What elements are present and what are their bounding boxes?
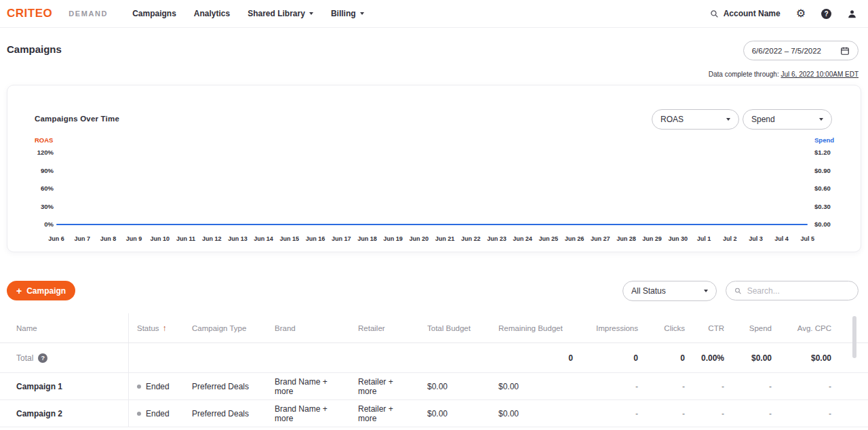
nav-item-label: Campaigns bbox=[132, 9, 176, 18]
left-metric-select[interactable]: ROAS bbox=[652, 109, 739, 130]
nav-item-label: Shared Library bbox=[248, 9, 305, 18]
row-cell-clicks: - bbox=[646, 373, 693, 399]
gear-icon[interactable]: ⚙ bbox=[796, 8, 806, 19]
nav-item-label: Billing bbox=[331, 9, 356, 18]
row-cell-campaign_type: Preferred Deals bbox=[184, 400, 267, 427]
right-metric-select[interactable]: Spend bbox=[743, 109, 832, 130]
primary-nav: CampaignsAnalyticsShared LibraryBilling bbox=[132, 9, 363, 18]
column-header-label: Impressions bbox=[596, 324, 638, 332]
status-filter-select[interactable]: All Status bbox=[623, 281, 717, 301]
left-axis-title: ROAS bbox=[35, 136, 53, 144]
total-clicks: 0 bbox=[646, 343, 693, 372]
nav-item-shared-library[interactable]: Shared Library bbox=[248, 9, 313, 18]
total-value: 0 bbox=[680, 353, 685, 363]
new-campaign-button[interactable]: + Campaign bbox=[7, 281, 75, 300]
column-header-spend[interactable]: Spend bbox=[732, 313, 780, 343]
plus-icon: + bbox=[16, 286, 22, 296]
vertical-scrollbar[interactable] bbox=[852, 316, 856, 358]
total-value: $0.00 bbox=[751, 353, 772, 363]
criteo-logo[interactable]: CRITEO bbox=[7, 7, 52, 20]
row-cell-spend: - bbox=[732, 373, 780, 399]
column-header-label: Campaign Type bbox=[192, 324, 246, 332]
campaigns-over-time-card: Campaigns Over Time ROAS Spend ROAS Spen… bbox=[7, 85, 861, 252]
left-metric-value: ROAS bbox=[660, 115, 684, 124]
nav-item-billing[interactable]: Billing bbox=[331, 9, 364, 18]
column-header-name[interactable]: Name bbox=[0, 313, 129, 343]
chevron-down-icon bbox=[726, 118, 730, 121]
row-cell-campaign_type: Preferred Deals bbox=[184, 373, 267, 399]
column-header-label: CTR bbox=[708, 324, 724, 332]
chart-title: Campaigns Over Time bbox=[35, 115, 119, 123]
row-cell-clicks: - bbox=[646, 400, 693, 427]
total-label: Total bbox=[16, 353, 33, 363]
y-axis-tick-left: 120% bbox=[28, 149, 54, 156]
column-header-label: Total Budget bbox=[427, 324, 471, 332]
row-cell-impressions: - bbox=[581, 373, 646, 399]
row-cell-name[interactable]: Campaign 2 bbox=[0, 400, 129, 427]
campaigns-table: NameStatus↑Campaign TypeBrandRetailerTot… bbox=[0, 313, 868, 427]
column-header-impressions[interactable]: Impressions bbox=[581, 313, 646, 343]
help-icon[interactable]: ? bbox=[38, 353, 47, 363]
column-header-retailer[interactable]: Retailer bbox=[350, 313, 419, 343]
chevron-down-icon bbox=[360, 12, 364, 15]
product-label: DEMAND bbox=[68, 9, 108, 18]
y-axis-tick-right: $0.00 bbox=[814, 220, 831, 228]
y-axis-tick-right: $0.60 bbox=[814, 184, 831, 192]
table-total-row: Total?0000.00%$0.00$0.00 bbox=[0, 343, 868, 373]
new-campaign-label: Campaign bbox=[26, 286, 66, 296]
column-header-avg_cpc[interactable]: Avg. CPC bbox=[780, 313, 840, 343]
search-box bbox=[726, 281, 859, 300]
user-icon[interactable] bbox=[847, 9, 857, 19]
column-header-label: Clicks bbox=[664, 324, 685, 332]
row-cell-spend: - bbox=[732, 400, 780, 427]
total-value: 0.00% bbox=[701, 353, 724, 363]
page-title: Campaigns bbox=[7, 43, 62, 55]
status-filter-value: All Status bbox=[631, 286, 666, 296]
account-switcher[interactable]: Account Name bbox=[710, 9, 781, 18]
chevron-down-icon bbox=[819, 118, 823, 121]
table-header-row: NameStatus↑Campaign TypeBrandRetailerTot… bbox=[0, 313, 868, 343]
date-range-picker[interactable]: 6/6/2022 – 7/5/2022 bbox=[743, 41, 859, 60]
column-header-total_budget[interactable]: Total Budget bbox=[419, 313, 490, 343]
y-axis-tick-right: $0.30 bbox=[814, 203, 831, 210]
column-header-ctr[interactable]: CTR bbox=[693, 313, 732, 343]
row-cell-total_budget: $0.00 bbox=[419, 400, 490, 427]
column-header-label: Avg. CPC bbox=[797, 324, 831, 332]
total-name: Total? bbox=[0, 343, 129, 372]
date-range-value: 6/6/2022 – 7/5/2022 bbox=[752, 47, 821, 55]
x-axis-label: Jul 5 bbox=[793, 235, 823, 242]
nav-item-analytics[interactable]: Analytics bbox=[194, 9, 230, 18]
row-cell-avg_cpc: - bbox=[780, 400, 840, 427]
column-header-label: Retailer bbox=[358, 324, 385, 332]
column-header-remaining_budget[interactable]: Remaining Budget bbox=[490, 313, 581, 343]
search-input[interactable] bbox=[747, 286, 850, 296]
row-cell-remaining_budget: $0.00 bbox=[490, 400, 581, 427]
right-metric-value: Spend bbox=[751, 115, 775, 124]
right-axis-title: Spend bbox=[814, 136, 834, 144]
column-header-label: Remaining Budget bbox=[498, 324, 563, 332]
row-cell-name[interactable]: Campaign 1 bbox=[0, 373, 129, 399]
row-cell-avg_cpc: - bbox=[780, 373, 840, 399]
row-cell-brand: Brand Name + more bbox=[267, 400, 350, 427]
table-body: Campaign 1EndedPreferred DealsBrand Name… bbox=[0, 373, 868, 427]
row-cell-retailer: Retailer + more bbox=[350, 373, 419, 399]
data-complete-link[interactable]: Jul 6, 2022 10:00AM EDT bbox=[781, 71, 859, 78]
top-navigation-bar: CRITEO DEMAND CampaignsAnalyticsShared L… bbox=[0, 0, 868, 28]
column-header-clicks[interactable]: Clicks bbox=[646, 313, 693, 343]
status-label: Ended bbox=[146, 382, 170, 391]
y-axis-tick-left: 90% bbox=[28, 167, 54, 174]
y-axis-tick-left: 30% bbox=[28, 203, 54, 210]
column-header-status[interactable]: Status↑ bbox=[129, 313, 184, 343]
table-row: Campaign 2EndedPreferred DealsBrand Name… bbox=[0, 400, 868, 427]
chevron-down-icon bbox=[704, 290, 708, 292]
total-spend: $0.00 bbox=[732, 343, 780, 372]
total-status bbox=[129, 343, 184, 372]
total-brand bbox=[267, 343, 350, 372]
calendar-icon bbox=[840, 46, 850, 56]
data-complete-note: Data complete through: Jul 6, 2022 10:00… bbox=[709, 71, 859, 78]
total-retailer bbox=[350, 343, 419, 372]
nav-item-campaigns[interactable]: Campaigns bbox=[132, 9, 176, 18]
column-header-campaign_type[interactable]: Campaign Type bbox=[184, 313, 267, 343]
column-header-brand[interactable]: Brand bbox=[267, 313, 350, 343]
help-icon[interactable]: ? bbox=[821, 9, 831, 19]
